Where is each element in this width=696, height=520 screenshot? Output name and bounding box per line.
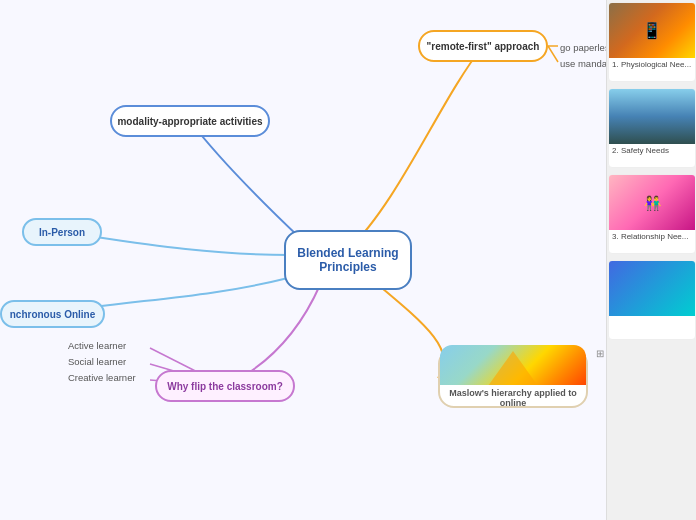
svg-line-1: [548, 46, 558, 62]
sidebar-panel: 📱 1. Physiological Nee... 2. Safety Need…: [606, 0, 696, 520]
physiological-image: 📱: [609, 3, 695, 58]
safety-image: [609, 89, 695, 144]
physiological-label: 1. Physiological Nee...: [609, 58, 695, 72]
modality-label: modality-appropriate activities: [117, 116, 262, 127]
remote-first-label: "remote-first" approach: [427, 41, 540, 52]
sidebar-card-3[interactable]: 👫 3. Relationship Nee...: [608, 174, 696, 254]
maslow-label: Maslow's hierarchy applied to online: [440, 385, 586, 411]
creative-learner-label: Creative learner: [68, 372, 136, 383]
sidebar-card-1[interactable]: 📱 1. Physiological Nee...: [608, 2, 696, 82]
relationship-label: 3. Relationship Nee...: [609, 230, 695, 244]
relationship-image: 👫: [609, 175, 695, 230]
async-label: nchronous Online: [10, 309, 96, 320]
center-node-label: Blended Learning Principles: [286, 246, 410, 274]
flip-label: Why flip the classroom?: [167, 381, 283, 392]
mind-map-canvas: Blended Learning Principles "remote-firs…: [0, 0, 696, 520]
inperson-node[interactable]: In-Person: [22, 218, 102, 246]
bottom-image: [609, 261, 695, 316]
sidebar-card-2[interactable]: 2. Safety Needs: [608, 88, 696, 168]
async-node[interactable]: nchronous Online: [0, 300, 105, 328]
flip-node[interactable]: Why flip the classroom?: [155, 370, 295, 402]
remote-first-node[interactable]: "remote-first" approach: [418, 30, 548, 62]
crop-icon[interactable]: ⊞: [596, 348, 604, 359]
maslow-node[interactable]: Maslow's hierarchy applied to online: [438, 348, 588, 408]
maslow-image: [440, 345, 586, 385]
safety-label: 2. Safety Needs: [609, 144, 695, 158]
center-node[interactable]: Blended Learning Principles: [284, 230, 412, 290]
sidebar-card-4[interactable]: [608, 260, 696, 340]
bottom-label: [609, 316, 695, 320]
active-learner-label: Active learner: [68, 340, 126, 351]
inperson-label: In-Person: [39, 227, 85, 238]
modality-node[interactable]: modality-appropriate activities: [110, 105, 270, 137]
social-learner-label: Social learner: [68, 356, 126, 367]
